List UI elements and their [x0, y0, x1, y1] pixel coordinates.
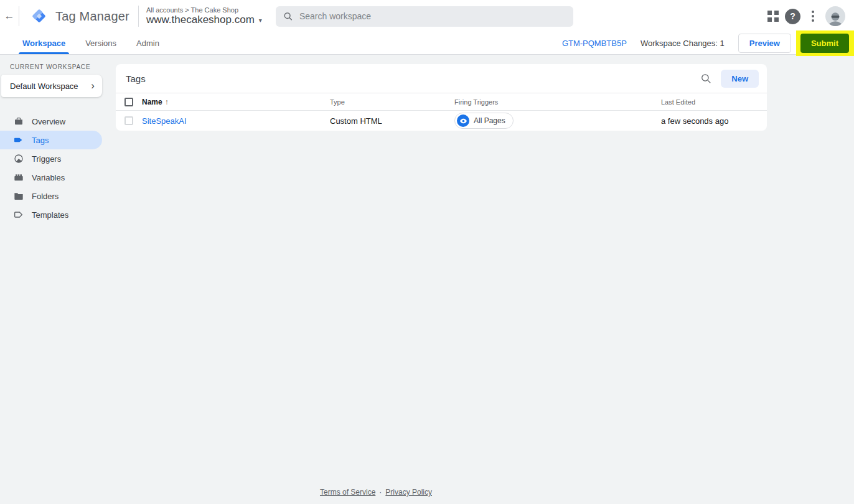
tag-icon: [14, 135, 24, 145]
tabs: Workspace Versions Admin: [0, 32, 169, 54]
sidebar-item-templates[interactable]: Templates: [0, 205, 102, 224]
template-icon: [14, 210, 24, 220]
tag-name-link[interactable]: SiteSpeakAI: [142, 116, 187, 126]
tag-manager-logo-icon: [30, 7, 48, 25]
table-search-button[interactable]: [700, 73, 712, 85]
column-header-type[interactable]: Type: [330, 98, 454, 106]
more-options-icon[interactable]: [807, 9, 819, 24]
sidebar-item-label: Variables: [32, 173, 65, 182]
table-header-row: Name↑ Type Firing Triggers Last Edited: [116, 93, 767, 111]
trigger-icon: [14, 154, 24, 164]
footer-separator: ·: [379, 488, 382, 497]
gtm-app: ← Tag Manager All accounts > The Cake Sh…: [0, 0, 854, 504]
apps-grid-icon[interactable]: [767, 11, 779, 22]
preview-button[interactable]: Preview: [738, 34, 791, 53]
column-header-last-edited[interactable]: Last Edited: [661, 98, 767, 106]
new-tag-button[interactable]: New: [721, 70, 759, 88]
last-edited-cell: a few seconds ago: [661, 116, 767, 126]
sidebar-item-label: Folders: [32, 192, 59, 201]
workspace-name: Default Workspace: [10, 82, 78, 91]
help-icon[interactable]: ?: [785, 9, 800, 24]
search-icon: [283, 11, 293, 22]
workspace-tab-bar: Workspace Versions Admin GTM-PQMBTB5P Wo…: [0, 32, 854, 55]
sidebar-nav: Overview Tags Triggers: [0, 112, 102, 224]
breadcrumb[interactable]: All accounts > The Cake Shop: [146, 6, 262, 14]
sidebar: CURRENT WORKSPACE Default Workspace › Ov…: [0, 55, 102, 504]
tab-workspace[interactable]: Workspace: [12, 32, 75, 54]
toolbar-actions: GTM-PQMBTB5P Workspace Changes: 1 Previe…: [562, 30, 854, 56]
topbar-actions: ?: [767, 6, 854, 26]
column-header-name[interactable]: Name↑: [142, 98, 330, 106]
back-button[interactable]: ←: [0, 0, 19, 32]
chevron-right-icon: ›: [91, 80, 95, 92]
sidebar-item-label: Triggers: [32, 154, 61, 164]
chevron-down-icon: ▾: [259, 17, 262, 24]
workspace-search[interactable]: [276, 6, 573, 27]
page-title: Tags: [126, 73, 146, 84]
workspace-changes-count: Workspace Changes: 1: [640, 39, 725, 48]
tag-type-cell: Custom HTML: [330, 116, 454, 126]
workspace-selector-card[interactable]: Default Workspace ›: [1, 75, 102, 97]
sidebar-item-tags[interactable]: Tags: [0, 131, 102, 149]
firing-trigger-label: All Pages: [474, 116, 505, 125]
content-area: CURRENT WORKSPACE Default Workspace › Ov…: [0, 55, 854, 504]
tag-manager-logo: Tag Manager: [30, 7, 129, 25]
tags-panel: Tags New Name↑: [116, 64, 767, 131]
column-header-firing-triggers[interactable]: Firing Triggers: [454, 98, 661, 106]
search-input[interactable]: [299, 11, 566, 21]
privacy-policy-link[interactable]: Privacy Policy: [385, 488, 432, 497]
sidebar-item-triggers[interactable]: Triggers: [0, 149, 102, 168]
sidebar-item-label: Overview: [32, 117, 65, 126]
table-row[interactable]: SiteSpeakAI Custom HTML All Pages: [116, 111, 767, 131]
overview-icon: [14, 116, 24, 126]
sort-ascending-icon: ↑: [165, 98, 169, 106]
sidebar-item-variables[interactable]: Variables: [0, 168, 102, 187]
divider: [138, 6, 139, 27]
user-avatar[interactable]: [825, 6, 845, 26]
container-id-link[interactable]: GTM-PQMBTB5P: [562, 39, 627, 48]
firing-trigger-chip[interactable]: All Pages: [454, 113, 514, 129]
page-footer: Terms of Service·Privacy Policy: [0, 488, 752, 497]
folder-icon: [14, 191, 24, 201]
sidebar-item-overview[interactable]: Overview: [0, 112, 102, 131]
sidebar-item-folders[interactable]: Folders: [0, 187, 102, 205]
container-selector[interactable]: www.thecakeshop.com ▾: [146, 14, 262, 26]
app-name: Tag Manager: [55, 9, 129, 24]
submit-highlight-box: Submit: [796, 30, 854, 56]
terms-of-service-link[interactable]: Terms of Service: [320, 488, 375, 497]
current-workspace-label: CURRENT WORKSPACE: [0, 63, 102, 70]
select-all-checkbox[interactable]: [124, 98, 133, 106]
top-app-bar: ← Tag Manager All accounts > The Cake Sh…: [0, 0, 854, 32]
tags-panel-header: Tags New: [116, 64, 767, 93]
variables-icon: [14, 172, 24, 182]
tab-versions[interactable]: Versions: [75, 32, 126, 54]
sidebar-item-label: Tags: [32, 136, 49, 145]
sidebar-item-label: Templates: [32, 210, 68, 220]
submit-button[interactable]: Submit: [800, 34, 849, 53]
eye-icon: [457, 114, 469, 127]
person-icon: [827, 11, 843, 26]
row-checkbox[interactable]: [124, 116, 133, 125]
tab-admin[interactable]: Admin: [126, 32, 169, 54]
search-icon: [700, 73, 712, 85]
divider: [19, 6, 19, 26]
main-area: Tags New Name↑: [102, 55, 854, 504]
account-breadcrumb-block: All accounts > The Cake Shop www.thecake…: [146, 6, 262, 26]
container-name: www.thecakeshop.com: [146, 14, 255, 26]
